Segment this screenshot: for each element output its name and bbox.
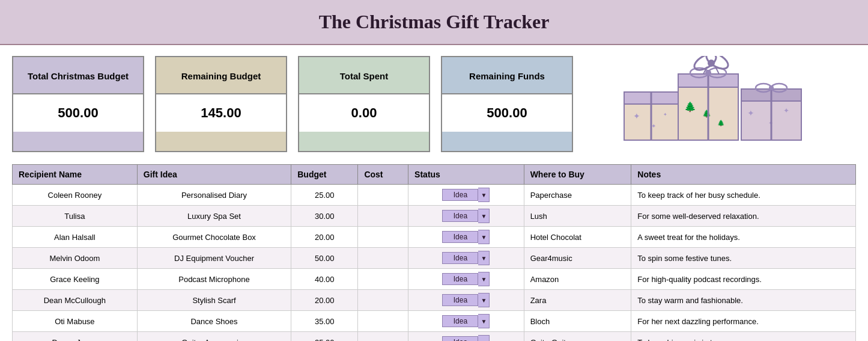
table-row: Oti MabuseDance Shoes35.00Idea▼BlochFor … — [13, 311, 856, 332]
gift-illustration: ✦ ✦ ✦ 🌲 🌲 🌲 ✦ ✦ ✦ — [584, 56, 844, 152]
table-container: Recipient Name Gift Idea Budget Cost Sta… — [0, 158, 868, 341]
cell-where: Hotel Chocolat — [524, 227, 631, 248]
cell-gift: Guitar Accessories — [137, 332, 291, 342]
table-row: Melvin OdoomDJ Equipment Voucher50.00Ide… — [13, 248, 856, 269]
cell-notes: To keep his music in tune. — [631, 332, 856, 342]
status-dropdown[interactable]: ▼ — [478, 293, 490, 307]
status-cell: Idea▼ — [408, 248, 524, 269]
total-budget-value: 500.00 — [13, 93, 143, 132]
status-dropdown[interactable]: ▼ — [478, 272, 490, 286]
cell-budget: 20.00 — [291, 290, 358, 311]
cell-cost — [358, 269, 408, 290]
cell-notes: To keep track of her busy schedule. — [631, 185, 856, 206]
svg-text:✦: ✦ — [747, 108, 754, 118]
col-notes: Notes — [631, 165, 856, 185]
svg-text:🌲: 🌲 — [702, 109, 711, 118]
cell-notes: For some well-deserved relaxation. — [631, 206, 856, 227]
svg-point-14 — [705, 70, 711, 76]
cell-cost — [358, 290, 408, 311]
cell-cost — [358, 206, 408, 227]
cell-gift: Dance Shoes — [137, 311, 291, 332]
status-dropdown[interactable]: ▼ — [478, 188, 490, 202]
page-header: The Christmas Gift Tracker — [0, 0, 868, 45]
col-gift: Gift Idea — [137, 165, 291, 185]
total-spent-value: 0.00 — [299, 93, 429, 132]
cell-recipient: Alan Halsall — [13, 227, 138, 248]
cell-recipient: Melvin Odoom — [13, 248, 138, 269]
cell-notes: For her next dazzling performance. — [631, 311, 856, 332]
status-badge: Idea — [442, 294, 478, 306]
svg-point-26 — [708, 60, 715, 67]
table-header-row: Recipient Name Gift Idea Budget Cost Sta… — [13, 165, 856, 185]
status-cell: Idea▼ — [408, 311, 524, 332]
cell-cost — [358, 227, 408, 248]
status-dropdown[interactable]: ▼ — [478, 335, 490, 341]
status-badge: Idea — [442, 210, 478, 222]
card-remaining-funds: Remaining Funds 500.00 — [441, 56, 573, 152]
status-cell: Idea▼ — [408, 185, 524, 206]
cell-cost — [358, 311, 408, 332]
status-badge: Idea — [442, 273, 478, 285]
cell-cost — [358, 332, 408, 342]
col-where: Where to Buy — [524, 165, 631, 185]
total-spent-label: Total Spent — [299, 57, 429, 93]
svg-text:🌲: 🌲 — [684, 101, 696, 112]
cell-gift: Luxury Spa Set — [137, 206, 291, 227]
cell-recipient: Danny Jones — [13, 332, 138, 342]
page-title: The Christmas Gift Tracker — [6, 11, 862, 33]
status-cell: Idea▼ — [408, 269, 524, 290]
svg-text:🌲: 🌲 — [717, 119, 725, 127]
cell-notes: To stay warm and fashionable. — [631, 290, 856, 311]
cell-budget: 25.00 — [291, 332, 358, 342]
remaining-funds-label: Remaining Funds — [442, 57, 572, 93]
status-badge: Idea — [442, 252, 478, 264]
svg-text:✦: ✦ — [633, 111, 640, 121]
cell-recipient: Grace Keeling — [13, 269, 138, 290]
table-row: Danny JonesGuitar Accessories25.00Idea▼G… — [13, 332, 856, 342]
status-dropdown[interactable]: ▼ — [478, 230, 490, 244]
col-budget: Budget — [291, 165, 358, 185]
cell-recipient: Coleen Rooney — [13, 185, 138, 206]
status-dropdown[interactable]: ▼ — [478, 314, 490, 328]
card-total-spent: Total Spent 0.00 — [298, 56, 430, 152]
cell-where: Zara — [524, 290, 631, 311]
cell-notes: A sweet treat for the holidays. — [631, 227, 856, 248]
cell-notes: For high-quality podcast recordings. — [631, 269, 856, 290]
gift-table: Recipient Name Gift Idea Budget Cost Sta… — [12, 164, 856, 341]
cell-budget: 20.00 — [291, 227, 358, 248]
status-cell: Idea▼ — [408, 206, 524, 227]
svg-text:✦: ✦ — [783, 106, 789, 115]
total-budget-label: Total Christmas Budget — [13, 57, 143, 93]
cell-where: Bloch — [524, 311, 631, 332]
cell-gift: Stylish Scarf — [137, 290, 291, 311]
col-recipient: Recipient Name — [13, 165, 138, 185]
remaining-budget-label: Remaining Budget — [156, 57, 286, 93]
remaining-funds-value: 500.00 — [442, 93, 572, 132]
cell-gift: Podcast Microphone — [137, 269, 291, 290]
status-dropdown[interactable]: ▼ — [478, 251, 490, 265]
cell-where: Amazon — [524, 269, 631, 290]
cell-cost — [358, 248, 408, 269]
table-row: Dean McCulloughStylish Scarf20.00Idea▼Za… — [13, 290, 856, 311]
cell-recipient: Tulisa — [13, 206, 138, 227]
cell-gift: DJ Equipment Voucher — [137, 248, 291, 269]
status-cell: Idea▼ — [408, 227, 524, 248]
card-remaining-budget: Remaining Budget 145.00 — [155, 56, 287, 152]
cell-notes: To spin some festive tunes. — [631, 248, 856, 269]
table-row: Grace KeelingPodcast Microphone40.00Idea… — [13, 269, 856, 290]
svg-text:✦: ✦ — [663, 112, 667, 117]
card-total-budget: Total Christmas Budget 500.00 — [12, 56, 144, 152]
table-row: Alan HalsallGourmet Chocolate Box20.00Id… — [13, 227, 856, 248]
summary-row: Total Christmas Budget 500.00 Remaining … — [0, 45, 868, 158]
status-badge: Idea — [442, 315, 478, 327]
cell-cost — [358, 185, 408, 206]
table-row: TulisaLuxury Spa Set30.00Idea▼LushFor so… — [13, 206, 856, 227]
status-badge: Idea — [442, 189, 478, 201]
table-row: Coleen RooneyPersonalised Diary25.00Idea… — [13, 185, 856, 206]
cell-budget: 35.00 — [291, 311, 358, 332]
status-dropdown[interactable]: ▼ — [478, 209, 490, 223]
svg-point-23 — [769, 85, 774, 90]
cell-where: GuitarGuitar — [524, 332, 631, 342]
cell-budget: 25.00 — [291, 185, 358, 206]
cell-where: Paperchase — [524, 185, 631, 206]
